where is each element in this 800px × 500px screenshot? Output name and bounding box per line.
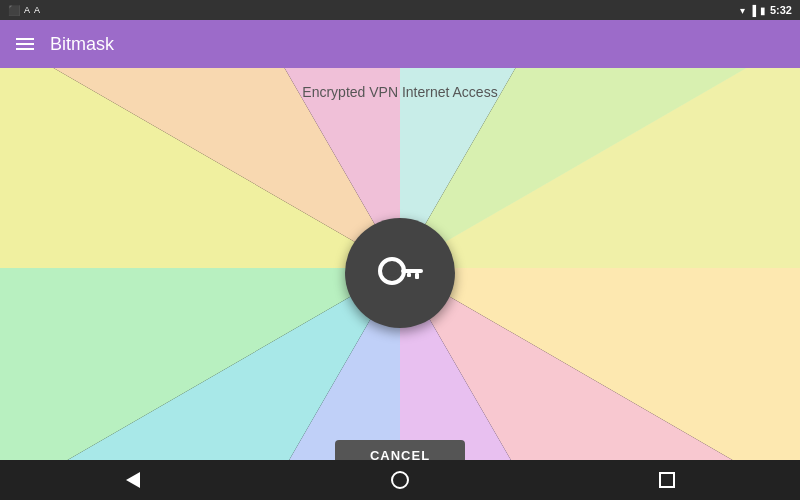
status-right: ▾ ▐ ▮ 5:32 [740,4,792,16]
key-icon [370,243,430,303]
subtitle-text: Encrypted VPN Internet Access [0,84,800,100]
signal-icon: ▐ [749,5,756,16]
app-title: Bitmask [50,34,114,55]
svg-rect-14 [401,269,423,273]
key-button[interactable] [345,218,455,328]
svg-point-17 [387,266,397,276]
app-icon-1: A [24,5,30,15]
back-button[interactable] [113,460,153,500]
wifi-icon: ▾ [740,5,745,16]
svg-rect-15 [415,273,419,279]
svg-rect-16 [407,273,411,277]
recents-button[interactable] [647,460,687,500]
status-left: ⬛ A A [8,5,40,16]
time-display: 5:32 [770,4,792,16]
home-button[interactable] [380,460,420,500]
notification-icon: ⬛ [8,5,20,16]
app-bar: Bitmask [0,20,800,68]
subtitle-label: Encrypted VPN Internet Access [302,84,497,100]
status-bar: ⬛ A A ▾ ▐ ▮ 5:32 [0,0,800,20]
bottom-nav [0,460,800,500]
battery-icon: ▮ [760,5,766,16]
main-content: Encrypted VPN Internet Access CANCEL [0,68,800,500]
menu-button[interactable] [16,38,34,50]
app-icon-2: A [34,5,40,15]
